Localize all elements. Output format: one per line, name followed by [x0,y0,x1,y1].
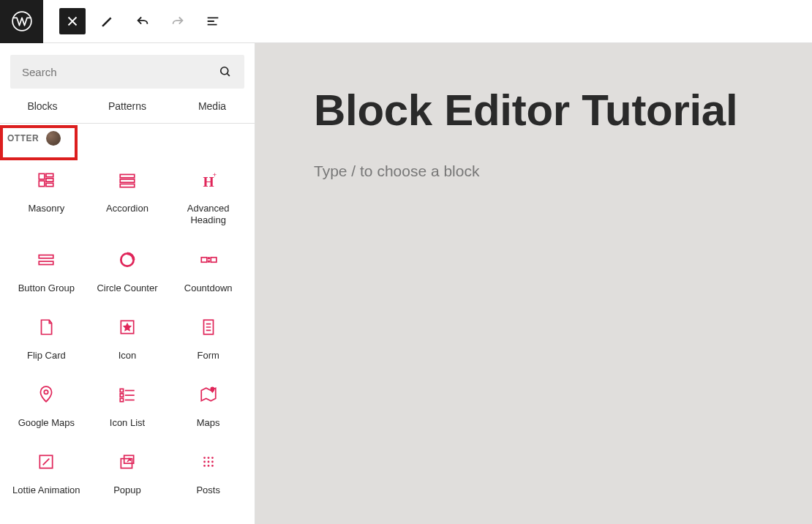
svg-point-32 [207,461,209,463]
close-inserter-button[interactable] [59,8,86,34]
maps-icon [199,385,218,404]
block-grid: Masonry Accordion H+ Advanced Heading Bu… [0,151,255,512]
svg-rect-6 [46,183,53,186]
svg-rect-2 [40,173,45,179]
block-label: Maps [197,417,220,429]
tab-patterns[interactable]: Patterns [85,91,170,121]
svg-rect-4 [46,179,53,181]
svg-rect-8 [120,179,135,182]
block-item-accordion[interactable]: Accordion [87,160,168,233]
tab-media[interactable]: Media [170,91,255,121]
svg-rect-7 [120,174,135,177]
svg-point-36 [211,465,214,467]
svg-rect-3 [46,173,53,176]
block-label: Lottie Animation [12,484,80,496]
block-label: Posts [196,484,220,496]
block-label: Masonry [28,203,64,214]
svg-rect-22 [120,389,123,392]
block-item-maps[interactable]: Maps [168,375,249,435]
svg-rect-9 [120,184,135,187]
post-title[interactable]: Block Editor Tutorial [314,87,753,133]
svg-point-30 [211,457,214,459]
search-icon [218,64,233,79]
svg-rect-13 [40,261,54,264]
icon-list-icon [118,385,137,404]
top-toolbar [0,0,812,43]
search-input[interactable] [22,66,218,78]
block-label: Flip Card [27,350,66,362]
otter-icon [46,131,61,146]
wordpress-logo[interactable] [0,0,43,43]
svg-rect-24 [120,398,123,401]
block-label: Button Group [18,282,75,294]
block-label: Countdown [184,282,233,294]
block-item-posts[interactable]: Posts [168,442,249,502]
block-label: Advanced Heading [172,203,244,227]
category-header-otter: OTTER [0,125,255,151]
svg-text:+: + [212,171,217,179]
svg-point-17 [208,261,209,262]
block-item-icon[interactable]: Icon [87,307,168,367]
edit-mode-button[interactable] [94,8,121,34]
svg-point-1 [221,67,228,75]
block-item-masonry[interactable]: Masonry [6,160,87,233]
svg-point-29 [207,457,209,459]
block-item-icon-list[interactable]: Icon List [87,375,168,435]
list-view-icon [205,13,221,29]
svg-rect-23 [120,394,123,397]
advanced-heading-icon: H+ [199,171,218,190]
popup-icon [118,452,137,471]
svg-point-35 [207,465,209,467]
redo-icon [170,13,186,29]
form-icon [199,318,218,337]
flip-card-icon [37,318,56,337]
block-label: Form [197,350,219,362]
editor-canvas[interactable]: Block Editor Tutorial Type / to choose a… [255,43,812,524]
block-label: Icon List [110,417,145,429]
block-item-circle-counter[interactable]: Circle Counter [87,240,168,300]
block-item-advanced-heading[interactable]: H+ Advanced Heading [168,160,249,233]
lottie-icon [37,452,56,471]
block-label: Icon [119,350,137,362]
svg-point-28 [203,457,206,459]
block-search[interactable] [10,55,244,89]
wordpress-icon [12,11,32,31]
document-overview-button[interactable] [200,8,226,34]
block-label: Circle Counter [97,282,157,294]
svg-point-16 [208,257,209,258]
block-item-google-maps[interactable]: Google Maps [6,375,87,435]
posts-icon [199,452,218,471]
inserter-sidebar: Blocks Patterns Media OTTER Masonry [0,43,255,524]
countdown-icon [199,250,218,269]
block-placeholder[interactable]: Type / to choose a block [314,162,753,180]
svg-rect-12 [40,255,54,258]
pencil-icon [99,13,116,29]
accordion-icon [118,171,137,190]
block-label: Popup [113,484,141,496]
category-label: OTTER [7,133,39,143]
block-item-lottie[interactable]: Lottie Animation [6,442,87,502]
undo-icon [135,13,151,29]
block-item-flip-card[interactable]: Flip Card [6,307,87,367]
svg-point-21 [45,390,48,394]
google-maps-icon [37,385,56,404]
block-label: Accordion [106,203,149,214]
circle-counter-icon [118,250,137,269]
svg-point-33 [211,461,214,463]
svg-rect-15 [201,257,207,262]
svg-rect-18 [211,257,217,262]
icon-icon [118,318,137,337]
tab-blocks[interactable]: Blocks [0,91,85,121]
redo-button[interactable] [165,8,191,34]
svg-point-34 [203,465,206,467]
block-item-button-group[interactable]: Button Group [6,240,87,300]
svg-rect-5 [40,181,45,187]
button-group-icon [37,250,56,269]
undo-button[interactable] [129,8,156,34]
svg-point-0 [12,12,31,31]
block-item-form[interactable]: Form [168,307,249,367]
masonry-icon [37,171,56,190]
block-item-countdown[interactable]: Countdown [168,240,249,300]
block-item-popup[interactable]: Popup [87,442,168,502]
svg-point-31 [203,461,206,463]
